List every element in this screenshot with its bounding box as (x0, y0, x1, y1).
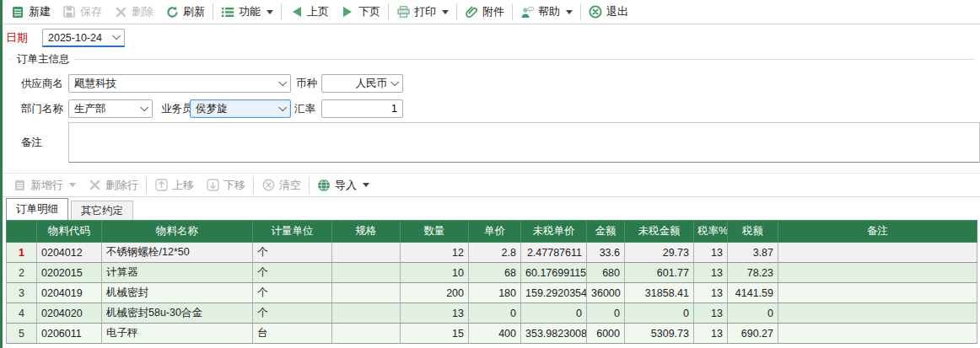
cell-material-code[interactable]: 0204019 (37, 283, 102, 303)
remark-row: 备注 (21, 122, 980, 163)
cell-tax-rate[interactable]: 13 (694, 303, 728, 324)
currency-combobox[interactable]: 人民币 (321, 74, 403, 93)
cell-amount[interactable]: 36000 (587, 283, 625, 303)
cell-material-name[interactable]: 不锈钢螺栓/12*50 (102, 243, 253, 263)
cell-remark[interactable] (778, 283, 977, 303)
cell-material-code[interactable]: 0204012 (37, 243, 102, 263)
cell-price-notax[interactable]: 159.2920354 (521, 283, 587, 303)
import-button[interactable]: 导入 (311, 175, 375, 195)
supplier-combobox[interactable]: 飓慧科技 (68, 74, 291, 93)
row-number[interactable]: 2 (7, 263, 37, 283)
cell-unit[interactable]: 个 (253, 283, 332, 303)
cell-spec[interactable] (332, 303, 401, 324)
cell-amount[interactable]: 33.6 (587, 243, 625, 263)
cell-tax-rate[interactable]: 13 (694, 243, 728, 263)
circle-arrow-up-icon (154, 179, 168, 192)
row-number[interactable]: 4 (7, 303, 37, 324)
department-combobox[interactable]: 生产部 (68, 99, 153, 118)
prev-page-button[interactable]: 上页 (283, 2, 335, 22)
cell-amount-notax[interactable]: 0 (625, 303, 694, 324)
cell-amount-notax[interactable]: 31858.41 (625, 283, 694, 303)
cell-price-notax[interactable]: 353.98230088 (521, 324, 587, 344)
cell-tax[interactable]: 3.87 (728, 243, 778, 263)
cell-qty[interactable]: 15 (401, 324, 469, 344)
exit-button[interactable]: 退出 (583, 2, 634, 22)
import-label: 导入 (335, 178, 357, 193)
cell-price-notax[interactable]: 60.17699115 (521, 263, 587, 283)
cell-material-code[interactable]: 0204020 (37, 303, 102, 324)
cell-remark[interactable] (778, 324, 977, 344)
print-button[interactable]: 打印 (390, 2, 455, 22)
cell-price-notax[interactable]: 2.47787611 (521, 243, 587, 263)
cell-remark[interactable] (778, 243, 977, 263)
refresh-button[interactable]: 刷新 (159, 2, 211, 22)
attachment-button[interactable]: 附件 (459, 2, 510, 22)
cell-qty[interactable]: 10 (401, 263, 469, 283)
cell-tax[interactable]: 690.27 (728, 324, 778, 344)
cell-price[interactable]: 180 (469, 283, 521, 303)
row-number[interactable]: 5 (7, 324, 37, 344)
cell-tax-rate[interactable]: 13 (694, 263, 728, 283)
cell-amount[interactable]: 680 (587, 263, 625, 283)
header-tax-rate: 税率% (694, 221, 728, 243)
cell-amount-notax[interactable]: 29.73 (625, 243, 694, 263)
cell-price[interactable]: 68 (469, 263, 521, 283)
new-button-label: 新建 (29, 4, 51, 19)
cell-price-notax[interactable]: 0 (521, 303, 587, 324)
help-button[interactable]: 帮助 (514, 2, 579, 22)
cell-price[interactable]: 2.8 (469, 243, 521, 263)
move-down-button[interactable]: 下移 (200, 175, 251, 195)
cell-price[interactable]: 400 (469, 324, 521, 344)
refresh-icon (165, 5, 179, 19)
cell-material-name[interactable]: 电子秤 (102, 324, 253, 344)
cell-remark[interactable] (778, 263, 977, 283)
cell-unit[interactable]: 台 (253, 324, 332, 344)
cell-material-name[interactable]: 机械密封 (102, 283, 253, 303)
save-button[interactable]: 保存 (57, 2, 108, 22)
cell-tax-rate[interactable]: 13 (694, 283, 728, 303)
cell-spec[interactable] (332, 324, 401, 344)
salesman-combobox[interactable]: 侯梦旋 (190, 99, 291, 118)
cell-qty[interactable]: 12 (401, 243, 469, 263)
cell-material-name[interactable]: 机械密封58u-30合金 (102, 303, 253, 324)
cell-unit[interactable]: 个 (253, 243, 332, 263)
row-number[interactable]: 3 (7, 283, 37, 303)
delete-row-button[interactable]: 删除行 (82, 175, 144, 195)
clear-button[interactable]: 清空 (256, 175, 307, 195)
delete-button[interactable]: 删除 (108, 2, 159, 22)
exchange-rate-input[interactable] (321, 99, 403, 118)
cell-tax[interactable]: 0 (728, 303, 778, 324)
header-spec: 规格 (332, 221, 401, 243)
add-row-button[interactable]: 新增行 (7, 175, 82, 195)
cell-amount-notax[interactable]: 601.77 (625, 263, 694, 283)
cell-tax[interactable]: 4141.59 (728, 283, 778, 303)
move-up-button[interactable]: 上移 (148, 175, 200, 195)
date-combobox[interactable]: 2025-10-24 (42, 29, 125, 47)
cell-unit[interactable]: 个 (253, 263, 332, 283)
cell-amount[interactable]: 0 (587, 303, 625, 324)
cell-price[interactable]: 0 (469, 303, 521, 324)
cell-spec[interactable] (332, 283, 401, 303)
cell-material-code[interactable]: 0202015 (37, 263, 102, 283)
cell-tax-rate[interactable]: 13 (694, 324, 728, 344)
tab-order-detail[interactable]: 订单明细 (6, 198, 68, 220)
row-number[interactable]: 1 (7, 243, 37, 263)
cell-material-code[interactable]: 0206011 (37, 324, 102, 344)
move-down-label: 下移 (223, 178, 245, 193)
next-page-button[interactable]: 下页 (335, 2, 386, 22)
main-toolbar: 新建 保存 删除 刷新 功能 (3, 0, 980, 24)
cell-amount[interactable]: 6000 (587, 324, 625, 344)
tab-other-terms[interactable]: 其它约定 (71, 201, 133, 220)
cell-material-name[interactable]: 计算器 (102, 263, 253, 283)
cell-qty[interactable]: 200 (401, 283, 469, 303)
cell-tax[interactable]: 78.23 (728, 263, 778, 283)
functions-button[interactable]: 功能 (215, 2, 279, 22)
cell-spec[interactable] (332, 263, 401, 283)
cell-amount-notax[interactable]: 5309.73 (625, 324, 694, 344)
cell-qty[interactable]: 13 (401, 303, 469, 324)
cell-remark[interactable] (778, 303, 977, 324)
new-button[interactable]: 新建 (5, 2, 57, 22)
cell-unit[interactable]: 个 (253, 303, 332, 324)
cell-spec[interactable] (332, 243, 401, 263)
remark-textarea[interactable] (68, 122, 980, 163)
